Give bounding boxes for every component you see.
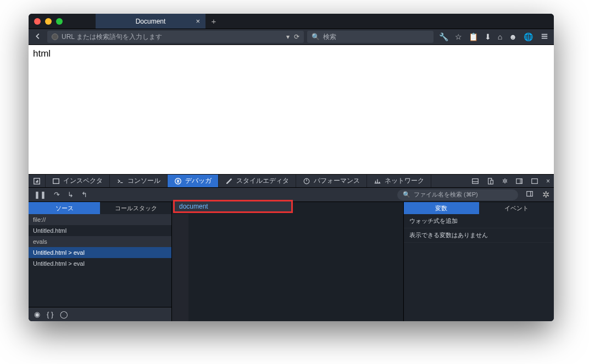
split-console-button[interactable] xyxy=(468,175,483,187)
close-devtools-button[interactable]: × xyxy=(542,175,554,187)
page-text: html xyxy=(33,48,51,59)
reload-icon[interactable]: ⟳ xyxy=(294,33,299,41)
tab-debugger-label: デバッガ xyxy=(185,176,212,186)
search-icon: 🔍 xyxy=(403,191,410,198)
file-search-input[interactable]: 🔍 ファイル名を検索 (⌘P) xyxy=(397,189,518,200)
devtools-tabs: インスペクタ コンソール デバッガ スタイルエディタ パフォーマンス ネットワー… xyxy=(29,174,554,188)
globe-toolbar-icon[interactable]: 🌐 xyxy=(524,32,533,41)
home-icon[interactable]: ⌂ xyxy=(498,32,502,41)
close-tab-icon[interactable]: × xyxy=(196,17,200,25)
right-tabs: 変数 イベント xyxy=(404,202,554,214)
svg-point-2 xyxy=(175,178,181,184)
search-placeholder: 検索 xyxy=(323,32,336,42)
zoom-window-button[interactable] xyxy=(56,18,63,25)
close-window-button[interactable] xyxy=(34,18,41,25)
file-group[interactable]: file:// xyxy=(29,214,171,225)
svg-rect-12 xyxy=(532,178,538,183)
variables-list: ウォッチ式を追加 表示できる変数はありません xyxy=(404,214,554,243)
tab-network-label: ネットワーク xyxy=(385,176,424,186)
step-over-button[interactable]: ↷ xyxy=(54,191,60,199)
file-group[interactable]: evals xyxy=(29,236,171,247)
editor-gutter xyxy=(172,214,188,321)
file-list: file:// Untitled.html evals Untitled.htm… xyxy=(29,214,171,307)
tab-sources[interactable]: ソース xyxy=(29,202,100,214)
responsive-mode-button[interactable] xyxy=(483,175,498,187)
svg-rect-13 xyxy=(527,191,533,196)
navbar: URL または検索語句を入力します ▾ ⟳ 🔍 検索 🔧 ☆ 📋 ⬇ ⌂ ☻ 🌐 xyxy=(29,29,554,45)
step-out-button[interactable]: ↰ xyxy=(81,191,87,199)
pause-button[interactable]: ❚❚ xyxy=(34,191,46,199)
svg-rect-6 xyxy=(473,178,479,183)
file-search-placeholder: ファイル名を検索 (⌘P) xyxy=(414,191,478,199)
url-placeholder: URL または検索語句を入力します xyxy=(62,32,162,42)
settings-gear-icon[interactable]: ✲ xyxy=(498,175,512,187)
globe-icon xyxy=(52,33,58,40)
toggle-panes-button[interactable] xyxy=(521,190,538,200)
minimize-window-button[interactable] xyxy=(45,18,52,25)
file-item[interactable]: Untitled.html > eval xyxy=(29,247,171,258)
source-editor[interactable]: document xyxy=(171,202,403,321)
eye-icon[interactable]: ◉ xyxy=(34,310,40,318)
window-controls xyxy=(29,18,63,25)
tab-debugger[interactable]: デバッガ xyxy=(168,175,219,187)
svg-rect-9 xyxy=(491,180,493,184)
svg-rect-1 xyxy=(53,178,59,183)
tab-style-editor[interactable]: スタイルエディタ xyxy=(219,175,296,187)
sources-footer: ◉ { } ◯ xyxy=(29,307,171,321)
tab-perf-label: パフォーマンス xyxy=(314,176,360,186)
back-button[interactable] xyxy=(32,32,44,42)
smiley-icon[interactable]: ☻ xyxy=(509,32,517,41)
search-icon: 🔍 xyxy=(312,33,320,41)
titlebar: Document × + xyxy=(29,14,554,29)
wrench-icon[interactable]: 🔧 xyxy=(439,32,448,41)
browser-tab[interactable]: Document × xyxy=(96,14,205,29)
search-input[interactable]: 🔍 検索 xyxy=(307,31,434,43)
tab-performance[interactable]: パフォーマンス xyxy=(296,175,367,187)
no-vars-message: 表示できる変数はありません xyxy=(404,228,554,243)
tab-variables[interactable]: 変数 xyxy=(404,202,479,214)
tab-console-label: コンソール xyxy=(127,176,160,186)
dock-side-button[interactable] xyxy=(512,175,527,187)
tab-inspector-label: インスペクタ xyxy=(63,176,103,186)
tab-callstack[interactable]: コールスタック xyxy=(100,202,171,214)
url-input[interactable]: URL または検索語句を入力します ▾ ⟳ xyxy=(47,31,304,43)
page-content: html xyxy=(29,45,554,174)
download-icon[interactable]: ⬇ xyxy=(485,32,491,41)
new-tab-button[interactable]: + xyxy=(205,16,222,26)
file-item[interactable]: Untitled.html > eval xyxy=(29,258,171,269)
debugger-body: ソース コールスタック file:// Untitled.html evals … xyxy=(29,202,554,321)
dock-bottom-button[interactable] xyxy=(527,175,542,187)
menu-button[interactable] xyxy=(538,32,551,42)
prettify-icon[interactable]: { } xyxy=(47,310,53,318)
tab-console[interactable]: コンソール xyxy=(110,175,168,187)
editor-search-box[interactable]: document xyxy=(173,200,293,213)
dock-popout-button[interactable] xyxy=(29,175,46,187)
step-in-button[interactable]: ↳ xyxy=(68,191,74,199)
blackbox-icon[interactable]: ◯ xyxy=(60,310,68,318)
variables-pane: 変数 イベント ウォッチ式を追加 表示できる変数はありません xyxy=(403,202,554,321)
svg-rect-3 xyxy=(177,180,178,182)
tab-network[interactable]: ネットワーク xyxy=(367,175,431,187)
star-icon[interactable]: ☆ xyxy=(455,32,462,41)
tab-events[interactable]: イベント xyxy=(479,202,554,214)
clipboard-icon[interactable]: 📋 xyxy=(469,32,478,41)
sources-pane: ソース コールスタック file:// Untitled.html evals … xyxy=(29,202,171,321)
svg-rect-4 xyxy=(178,180,179,182)
tab-inspector[interactable]: インスペクタ xyxy=(46,175,110,187)
browser-window: Document × + URL または検索語句を入力します ▾ ⟳ 🔍 検索 … xyxy=(29,14,554,321)
debugger-settings-icon[interactable]: ✲ xyxy=(538,189,554,200)
tab-style-label: スタイルエディタ xyxy=(236,176,289,186)
tab-title: Document xyxy=(136,18,166,25)
svg-rect-11 xyxy=(520,178,522,183)
file-item[interactable]: Untitled.html xyxy=(29,225,171,236)
left-tabs: ソース コールスタック xyxy=(29,202,171,214)
toolbar-icons: 🔧 ☆ 📋 ⬇ ⌂ ☻ 🌐 xyxy=(437,32,535,41)
dropdown-icon[interactable]: ▾ xyxy=(286,33,290,41)
add-watch-row[interactable]: ウォッチ式を追加 xyxy=(404,214,554,228)
editor-search-text: document xyxy=(179,203,208,210)
